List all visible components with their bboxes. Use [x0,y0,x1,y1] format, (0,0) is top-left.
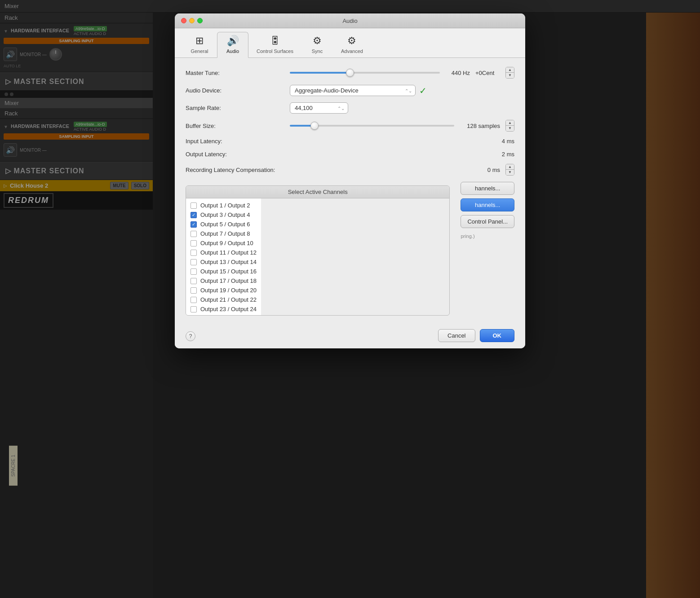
recording-latency-stepper[interactable]: ▲ ▼ [505,164,514,176]
audio-device-wrapper: Aggregate-Audio-Device Built-in Output B… [290,85,427,96]
traffic-lights [181,18,203,23]
channel-item-10: Output 21 / Output 22 [191,295,257,304]
channel-label-1: Output 3 / Output 4 [200,211,250,218]
tab-general[interactable]: ⊞ General [184,32,215,57]
channel-checkbox-2[interactable] [191,221,197,228]
channel-checkbox-0[interactable] [191,202,197,209]
tab-advanced-label: Advanced [341,48,363,54]
channel-label-5: Output 11 / Output 12 [200,249,257,256]
tab-sync-label: Sync [312,48,323,54]
dialog-titlebar: Audio [175,13,525,28]
buffer-size-label: Buffer Size: [186,123,284,129]
sample-rate-label: Sample Rate: [186,105,284,111]
rlc-stepper-down[interactable]: ▼ [506,170,514,175]
channel-checkbox-10[interactable] [191,297,197,303]
right-buttons-panel: hannels... hannels... Control Panel... p… [461,182,514,239]
audio-device-select-wrapper: Aggregate-Audio-Device Built-in Output B… [290,85,416,96]
buffer-size-stepper[interactable]: ▲ ▼ [505,120,514,132]
buffer-size-row: Buffer Size: 128 samples ▲ ▼ [186,120,514,132]
master-tune-label: Master Tune: [186,70,284,76]
tab-audio[interactable]: 🔊 Audio [217,32,248,58]
tab-general-label: General [191,48,208,54]
output-latency-label: Output Latency: [186,151,284,158]
channel-item-7: Output 15 / Output 16 [191,267,257,276]
input-latency-value: 4 ms [502,138,514,145]
buffer-size-slider-thumb[interactable] [310,122,319,130]
channel-checkbox-8[interactable] [191,278,197,284]
advanced-icon: ⚙ [347,35,356,47]
channel-label-7: Output 15 / Output 16 [200,268,257,275]
sample-rate-select[interactable]: 44,100 48,000 88,200 96,000 [290,102,348,114]
dialog-title: Audio [342,18,357,24]
device-checkmark: ✓ [419,85,427,96]
output-latency-value: 2 ms [502,151,514,158]
channels-list: Output 1 / Output 2Output 3 / Output 4Ou… [186,198,261,315]
channel-checkbox-7[interactable] [191,268,197,275]
dialog-footer: ? Cancel OK [175,325,525,348]
channel-checkbox-6[interactable] [191,259,197,265]
channel-checkbox-4[interactable] [191,240,197,246]
master-tune-slider-thumb[interactable] [346,69,354,77]
stepper-up[interactable]: ▲ [506,67,514,73]
master-tune-value: 440 Hz [445,70,470,76]
dialog-body: Master Tune: 440 Hz +0Cent ▲ ▼ Audio Dev… [175,58,525,325]
dialog-toolbar: ⊞ General 🔊 Audio 🎛 Control Surfaces ⚙ S… [175,28,525,58]
master-tune-slider-container[interactable] [290,68,440,77]
master-tune-cent: +0Cent [475,70,500,76]
audio-device-select[interactable]: Aggregate-Audio-Device Built-in Output B… [290,85,416,96]
channel-item-5: Output 11 / Output 12 [191,248,257,257]
control-surfaces-icon: 🎛 [270,35,280,47]
channels-header: Select Active Channels [186,186,449,198]
channels-section: Select Active Channels Output 1 / Output… [186,185,450,316]
sample-rate-select-wrapper: 44,100 48,000 88,200 96,000 ⌃⌄ [290,102,348,114]
master-tune-stepper[interactable]: ▲ ▼ [505,67,514,79]
output-latency-row: Output Latency: 2 ms [186,151,514,158]
recording-latency-value: 0 ms [487,167,500,173]
buffer-size-value: 128 samples [460,123,500,129]
channel-item-4: Output 9 / Output 10 [191,239,257,247]
channel-checkbox-11[interactable] [191,306,197,312]
buffer-stepper-up[interactable]: ▲ [506,120,514,126]
recording-latency-row: Recording Latency Compensation: 0 ms ▲ ▼ [186,164,514,176]
channel-checkbox-5[interactable] [191,250,197,256]
channel-label-3: Output 7 / Output 8 [200,230,250,237]
cancel-button[interactable]: Cancel [438,329,475,342]
control-panel-button[interactable]: Control Panel... [461,215,514,228]
channel-item-11: Output 23 / Output 24 [191,305,257,313]
minimize-button[interactable] [189,18,195,23]
channel-item-6: Output 13 / Output 14 [191,258,257,266]
channel-label-11: Output 23 / Output 24 [200,306,257,312]
buffer-stepper-down[interactable]: ▼ [506,126,514,131]
channel-item-1: Output 3 / Output 4 [191,211,257,219]
channel-label-8: Output 17 / Output 18 [200,277,257,284]
channel-checkbox-9[interactable] [191,287,197,294]
stepper-down[interactable]: ▼ [506,73,514,78]
channel-checkbox-3[interactable] [191,231,197,237]
rlc-stepper-up[interactable]: ▲ [506,164,514,170]
footer-buttons: Cancel OK [438,329,514,342]
input-latency-label: Input Latency: [186,138,284,145]
master-tune-slider-track [290,72,440,74]
tab-audio-label: Audio [226,48,239,54]
tab-control-surfaces[interactable]: 🎛 Control Surfaces [250,32,300,57]
audio-dialog: Audio ⊞ General 🔊 Audio 🎛 Control Surfac… [175,13,525,348]
active-output-channels-button[interactable]: hannels... [461,182,514,195]
tab-advanced[interactable]: ⚙ Advanced [335,32,369,57]
tab-control-surfaces-label: Control Surfaces [257,48,293,54]
channels-panel: Select Active Channels Output 1 / Output… [186,182,450,316]
sample-rate-row: Sample Rate: 44,100 48,000 88,200 96,000… [186,102,514,114]
channel-label-2: Output 5 / Output 6 [200,221,250,228]
buffer-size-slider-container[interactable] [290,121,454,130]
channel-label-10: Output 21 / Output 22 [200,296,257,303]
channel-label-6: Output 13 / Output 14 [200,259,257,265]
ok-button[interactable]: OK [480,329,515,342]
general-icon: ⊞ [195,35,204,47]
sync-icon: ⚙ [313,35,322,47]
audio-device-label: Audio Device: [186,87,284,94]
close-button[interactable] [181,18,186,23]
active-input-channels-button[interactable]: hannels... [461,198,514,211]
maximize-button[interactable] [197,18,203,23]
tab-sync[interactable]: ⚙ Sync [301,32,333,57]
help-button[interactable]: ? [186,331,195,341]
channel-checkbox-1[interactable] [191,212,197,218]
